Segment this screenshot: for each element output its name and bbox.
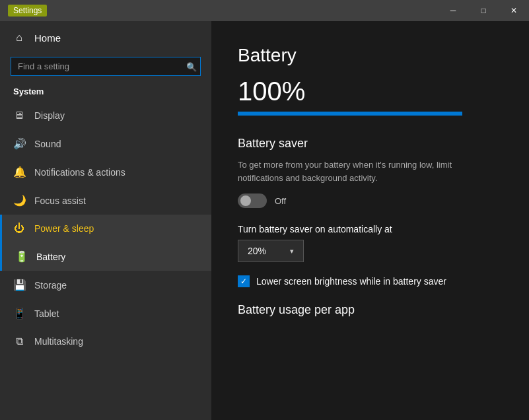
home-label: Home bbox=[34, 32, 61, 44]
search-input[interactable] bbox=[11, 57, 201, 76]
minimize-button[interactable]: ─ bbox=[438, 0, 468, 21]
battery-bar-fill bbox=[238, 112, 462, 116]
battery-usage-title: Battery usage per app bbox=[238, 303, 503, 317]
tablet-icon: 📱 bbox=[13, 307, 25, 320]
battery-saver-desc: To get more from your battery when it's … bbox=[238, 158, 489, 184]
home-icon: ⌂ bbox=[13, 32, 25, 44]
sidebar-item-display-label: Display bbox=[34, 110, 65, 121]
sidebar-item-home[interactable]: ⌂ Home bbox=[0, 21, 211, 54]
app-body: ⌂ Home 🔍 System 🖥 Display 🔊 Sound 🔔 Noti… bbox=[0, 21, 529, 420]
display-icon: 🖥 bbox=[13, 110, 25, 122]
focus-assist-icon: 🌙 bbox=[13, 194, 25, 207]
search-box: 🔍 bbox=[11, 57, 201, 76]
brightness-checkbox-row: ✓ Lower screen brightness while in batte… bbox=[238, 275, 503, 287]
sidebar-item-focus-label: Focus assist bbox=[34, 195, 86, 206]
storage-icon: 💾 bbox=[13, 279, 25, 291]
maximize-button[interactable]: □ bbox=[468, 0, 499, 21]
window-controls: ─ □ ✕ bbox=[438, 0, 529, 21]
battery-percentage: 100% bbox=[238, 77, 503, 106]
battery-saver-toggle-row: Off bbox=[238, 193, 503, 208]
sidebar-item-power-sleep[interactable]: ⏻ Power & sleep bbox=[0, 215, 211, 242]
system-label: System bbox=[0, 84, 211, 102]
sidebar-item-storage-label: Storage bbox=[34, 280, 67, 291]
sidebar-item-storage[interactable]: 💾 Storage bbox=[0, 271, 211, 299]
sidebar-item-tablet[interactable]: 📱 Tablet bbox=[0, 299, 211, 328]
dropdown-arrow-icon: ▾ bbox=[290, 247, 294, 256]
brightness-checkbox-label: Lower screen brightness while in battery… bbox=[256, 276, 446, 287]
sidebar-item-power-label: Power & sleep bbox=[34, 223, 94, 234]
sidebar-item-display[interactable]: 🖥 Display bbox=[0, 102, 211, 129]
toggle-knob bbox=[240, 195, 251, 206]
sidebar-item-battery[interactable]: 🔋 Battery bbox=[0, 242, 211, 271]
multitasking-icon: ⧉ bbox=[13, 335, 25, 347]
auto-dropdown[interactable]: 20% ▾ bbox=[238, 240, 304, 262]
sidebar-item-multitasking-label: Multitasking bbox=[34, 336, 83, 347]
sidebar-item-sound[interactable]: 🔊 Sound bbox=[0, 129, 211, 158]
toggle-label: Off bbox=[275, 196, 286, 206]
notifications-icon: 🔔 bbox=[13, 166, 25, 178]
sidebar-item-multitasking[interactable]: ⧉ Multitasking bbox=[0, 328, 211, 355]
sidebar-item-notifications-label: Notifications & actions bbox=[34, 167, 125, 178]
checkmark-icon: ✓ bbox=[240, 277, 247, 286]
sidebar: ⌂ Home 🔍 System 🖥 Display 🔊 Sound 🔔 Noti… bbox=[0, 21, 211, 420]
sidebar-item-battery-label: Battery bbox=[36, 252, 65, 262]
battery-saver-title: Battery saver bbox=[238, 137, 503, 151]
sidebar-item-sound-label: Sound bbox=[34, 139, 61, 149]
battery-bar bbox=[238, 112, 462, 116]
sidebar-item-notifications[interactable]: 🔔 Notifications & actions bbox=[0, 158, 211, 186]
titlebar: Settings ─ □ ✕ bbox=[0, 0, 529, 21]
dropdown-value: 20% bbox=[248, 246, 266, 256]
content-area: Battery 100% Battery saver To get more f… bbox=[211, 21, 529, 420]
app-title: Settings bbox=[8, 5, 47, 17]
close-button[interactable]: ✕ bbox=[499, 0, 529, 21]
sound-icon: 🔊 bbox=[13, 137, 25, 150]
battery-saver-toggle[interactable] bbox=[238, 193, 267, 208]
search-icon[interactable]: 🔍 bbox=[186, 61, 197, 71]
power-sleep-icon: ⏻ bbox=[13, 223, 25, 234]
sidebar-item-focus-assist[interactable]: 🌙 Focus assist bbox=[0, 186, 211, 215]
sidebar-item-tablet-label: Tablet bbox=[34, 308, 59, 319]
page-title: Battery bbox=[238, 45, 503, 66]
battery-icon: 🔋 bbox=[15, 250, 27, 263]
auto-section: Turn battery saver on automatically at 2… bbox=[238, 224, 503, 262]
brightness-checkbox[interactable]: ✓ bbox=[238, 275, 250, 287]
auto-label: Turn battery saver on automatically at bbox=[238, 224, 503, 234]
